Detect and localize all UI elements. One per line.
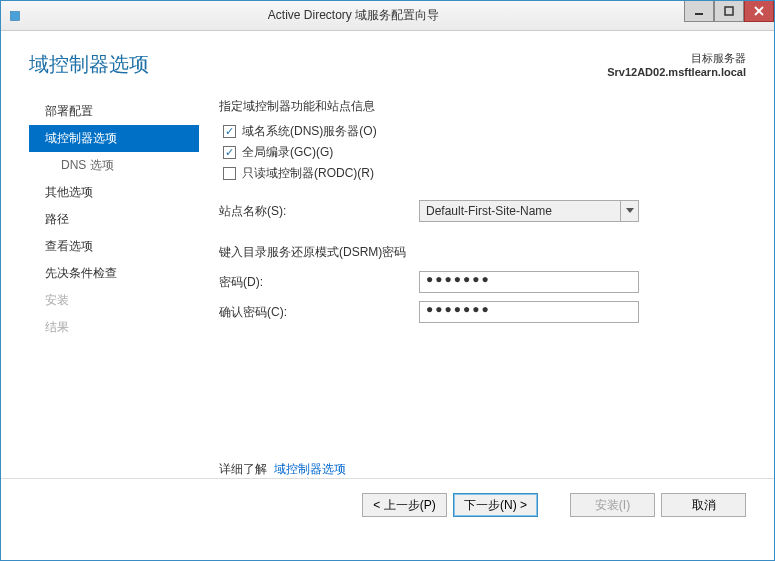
checkbox-gc[interactable] bbox=[223, 146, 236, 159]
checkbox-rodc-label: 只读域控制器(RODC)(R) bbox=[242, 165, 374, 182]
more-info-link[interactable]: 域控制器选项 bbox=[274, 462, 346, 476]
more-info-row: 详细了解 域控制器选项 bbox=[219, 461, 746, 478]
dsrm-label: 键入目录服务还原模式(DSRM)密码 bbox=[219, 244, 746, 261]
checkbox-row-gc[interactable]: 全局编录(GC)(G) bbox=[219, 144, 746, 161]
window-controls bbox=[684, 1, 774, 30]
site-name-value: Default-First-Site-Name bbox=[420, 204, 620, 218]
svg-rect-0 bbox=[11, 11, 20, 20]
svg-marker-5 bbox=[626, 208, 634, 213]
checkbox-row-dns[interactable]: 域名系统(DNS)服务器(O) bbox=[219, 123, 746, 140]
svg-rect-2 bbox=[725, 7, 733, 15]
page-title: 域控制器选项 bbox=[29, 51, 149, 78]
password-label: 密码(D): bbox=[219, 274, 419, 291]
window-title: Active Directory 域服务配置向导 bbox=[23, 7, 684, 24]
sidebar-item-dns-options[interactable]: DNS 选项 bbox=[29, 152, 199, 179]
footer: < 上一步(P) 下一步(N) > 安装(I) 取消 bbox=[1, 478, 774, 531]
minimize-button[interactable] bbox=[684, 0, 714, 22]
sidebar-item-other-options[interactable]: 其他选项 bbox=[29, 179, 199, 206]
checkbox-row-rodc[interactable]: 只读域控制器(RODC)(R) bbox=[219, 165, 746, 182]
target-server-block: 目标服务器 Srv12AD02.msftlearn.local bbox=[607, 51, 746, 78]
checkbox-rodc[interactable] bbox=[223, 167, 236, 180]
sidebar-item-results: 结果 bbox=[29, 314, 199, 341]
capabilities-label: 指定域控制器功能和站点信息 bbox=[219, 98, 746, 115]
sidebar-item-install: 安装 bbox=[29, 287, 199, 314]
site-row: 站点名称(S): Default-First-Site-Name bbox=[219, 200, 746, 222]
titlebar: Active Directory 域服务配置向导 bbox=[1, 1, 774, 31]
confirm-password-row: 确认密码(C): ●●●●●●● bbox=[219, 301, 746, 323]
target-server-value: Srv12AD02.msftlearn.local bbox=[607, 66, 746, 78]
body: 部署配置 域控制器选项 DNS 选项 其他选项 路径 查看选项 先决条件检查 安… bbox=[1, 78, 774, 478]
cancel-button[interactable]: 取消 bbox=[661, 493, 746, 517]
close-button[interactable] bbox=[744, 0, 774, 22]
sidebar-item-dc-options[interactable]: 域控制器选项 bbox=[29, 125, 199, 152]
checkbox-gc-label: 全局编录(GC)(G) bbox=[242, 144, 333, 161]
site-name-combo[interactable]: Default-First-Site-Name bbox=[419, 200, 639, 222]
main-panel: 指定域控制器功能和站点信息 域名系统(DNS)服务器(O) 全局编录(GC)(G… bbox=[199, 98, 746, 478]
password-input[interactable]: ●●●●●●● bbox=[419, 271, 639, 293]
next-button[interactable]: 下一步(N) > bbox=[453, 493, 538, 517]
prev-button[interactable]: < 上一步(P) bbox=[362, 493, 447, 517]
app-icon bbox=[7, 8, 23, 24]
header: 域控制器选项 目标服务器 Srv12AD02.msftlearn.local bbox=[1, 31, 774, 78]
sidebar-item-prereq-check[interactable]: 先决条件检查 bbox=[29, 260, 199, 287]
sidebar: 部署配置 域控制器选项 DNS 选项 其他选项 路径 查看选项 先决条件检查 安… bbox=[29, 98, 199, 478]
sidebar-item-paths[interactable]: 路径 bbox=[29, 206, 199, 233]
confirm-password-input[interactable]: ●●●●●●● bbox=[419, 301, 639, 323]
confirm-password-label: 确认密码(C): bbox=[219, 304, 419, 321]
checkbox-dns-label: 域名系统(DNS)服务器(O) bbox=[242, 123, 377, 140]
checkbox-dns[interactable] bbox=[223, 125, 236, 138]
password-row: 密码(D): ●●●●●●● bbox=[219, 271, 746, 293]
maximize-button[interactable] bbox=[714, 0, 744, 22]
site-name-label: 站点名称(S): bbox=[219, 203, 419, 220]
sidebar-item-deploy-config[interactable]: 部署配置 bbox=[29, 98, 199, 125]
install-button: 安装(I) bbox=[570, 493, 655, 517]
target-server-label: 目标服务器 bbox=[607, 51, 746, 66]
chevron-down-icon[interactable] bbox=[620, 201, 638, 221]
sidebar-item-review-options[interactable]: 查看选项 bbox=[29, 233, 199, 260]
more-info-text: 详细了解 bbox=[219, 462, 267, 476]
